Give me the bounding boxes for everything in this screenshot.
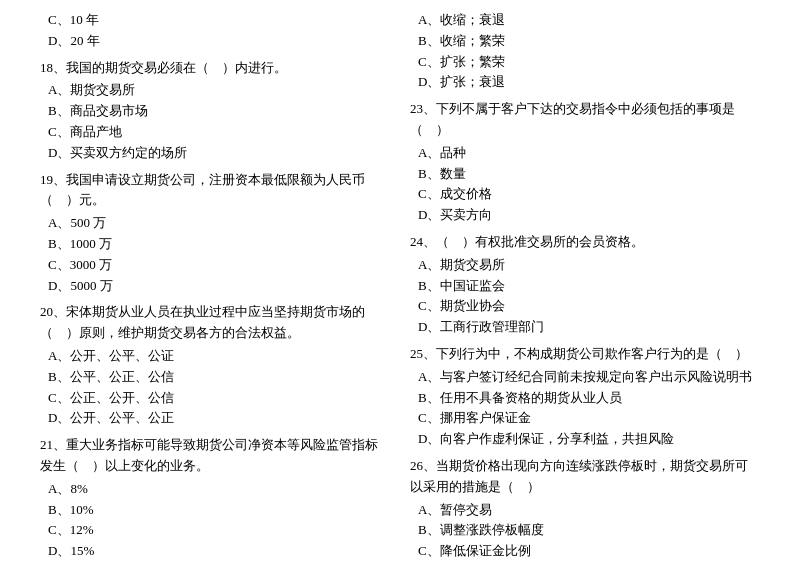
q25-option-a: A、与客户签订经纪合同前未按规定向客户出示风险说明书: [410, 367, 760, 388]
question-19-title: 19、我国申请设立期货公司，注册资本最低限额为人民币（ ）元。: [40, 170, 390, 212]
question-24-title: 24、（ ）有权批准交易所的会员资格。: [410, 232, 760, 253]
question-18: 18、我国的期货交易必须在（ ）内进行。 A、期货交易所 B、商品交易市场 C、…: [40, 58, 390, 164]
q24-option-a: A、期货交易所: [410, 255, 760, 276]
main-columns: C、10 年 D、20 年 18、我国的期货交易必须在（ ）内进行。 A、期货交…: [40, 10, 760, 565]
q21-option-b: B、10%: [40, 500, 390, 521]
q23-option-a: A、品种: [410, 143, 760, 164]
q18-option-d: D、买卖双方约定的场所: [40, 143, 390, 164]
q25-option-b: B、任用不具备资格的期货从业人员: [410, 388, 760, 409]
q26-option-b: B、调整涨跌停板幅度: [410, 520, 760, 541]
q-prev-option-a: A、收缩；衰退: [410, 10, 760, 31]
page-content: C、10 年 D、20 年 18、我国的期货交易必须在（ ）内进行。 A、期货交…: [40, 10, 760, 565]
q26-option-c: C、降低保证金比例: [410, 541, 760, 562]
q23-option-c: C、成交价格: [410, 184, 760, 205]
q21-option-d: D、15%: [40, 541, 390, 562]
question-20: 20、宋体期货从业人员在执业过程中应当坚持期货市场的（ ）原则，维护期货交易各方…: [40, 302, 390, 429]
q18-option-c: C、商品产地: [40, 122, 390, 143]
q-prev-cd: C、10 年 D、20 年: [40, 10, 390, 52]
question-19: 19、我国申请设立期货公司，注册资本最低限额为人民币（ ）元。 A、500 万 …: [40, 170, 390, 297]
question-23: 23、下列不属于客户下达的交易指令中必须包括的事项是（ ） A、品种 B、数量 …: [410, 99, 760, 226]
question-24: 24、（ ）有权批准交易所的会员资格。 A、期货交易所 B、中国证监会 C、期货…: [410, 232, 760, 338]
q26-option-a: A、暂停交易: [410, 500, 760, 521]
q24-option-d: D、工商行政管理部门: [410, 317, 760, 338]
q-prev-option-b: B、收缩；繁荣: [410, 31, 760, 52]
q20-option-a: A、公开、公平、公证: [40, 346, 390, 367]
q20-option-b: B、公平、公正、公信: [40, 367, 390, 388]
question-21-title: 21、重大业务指标可能导致期货公司净资本等风险监管指标发生（ ）以上变化的业务。: [40, 435, 390, 477]
q25-option-c: C、挪用客户保证金: [410, 408, 760, 429]
q-prev-ab: A、收缩；衰退 B、收缩；繁荣 C、扩张；繁荣 D、扩张；衰退: [410, 10, 760, 93]
question-23-title: 23、下列不属于客户下达的交易指令中必须包括的事项是（ ）: [410, 99, 760, 141]
option-c-10: C、10 年: [40, 10, 390, 31]
q18-option-b: B、商品交易市场: [40, 101, 390, 122]
q25-option-d: D、向客户作虚利保证，分享利益，共担风险: [410, 429, 760, 450]
right-column: A、收缩；衰退 B、收缩；繁荣 C、扩张；繁荣 D、扩张；衰退 23、下列不属于…: [400, 10, 760, 565]
question-21: 21、重大业务指标可能导致期货公司净资本等风险监管指标发生（ ）以上变化的业务。…: [40, 435, 390, 562]
q24-option-c: C、期货业协会: [410, 296, 760, 317]
q19-option-d: D、5000 万: [40, 276, 390, 297]
question-20-title: 20、宋体期货从业人员在执业过程中应当坚持期货市场的（ ）原则，维护期货交易各方…: [40, 302, 390, 344]
q23-option-d: D、买卖方向: [410, 205, 760, 226]
option-d-20: D、20 年: [40, 31, 390, 52]
q20-option-c: C、公正、公开、公信: [40, 388, 390, 409]
question-25: 25、下列行为中，不构成期货公司欺作客户行为的是（ ） A、与客户签订经纪合同前…: [410, 344, 760, 450]
q21-option-a: A、8%: [40, 479, 390, 500]
question-18-title: 18、我国的期货交易必须在（ ）内进行。: [40, 58, 390, 79]
question-26: 26、当期货价格出现向方向连续涨跌停板时，期货交易所可以采用的措施是（ ） A、…: [410, 456, 760, 565]
q19-option-a: A、500 万: [40, 213, 390, 234]
q19-option-c: C、3000 万: [40, 255, 390, 276]
q18-option-a: A、期货交易所: [40, 80, 390, 101]
q24-option-b: B、中国证监会: [410, 276, 760, 297]
q-prev-option-c: C、扩张；繁荣: [410, 52, 760, 73]
question-26-title: 26、当期货价格出现向方向连续涨跌停板时，期货交易所可以采用的措施是（ ）: [410, 456, 760, 498]
question-25-title: 25、下列行为中，不构成期货公司欺作客户行为的是（ ）: [410, 344, 760, 365]
q19-option-b: B、1000 万: [40, 234, 390, 255]
q20-option-d: D、公开、公平、公正: [40, 408, 390, 429]
q21-option-c: C、12%: [40, 520, 390, 541]
q23-option-b: B、数量: [410, 164, 760, 185]
q-prev-option-d: D、扩张；衰退: [410, 72, 760, 93]
left-column: C、10 年 D、20 年 18、我国的期货交易必须在（ ）内进行。 A、期货交…: [40, 10, 400, 565]
